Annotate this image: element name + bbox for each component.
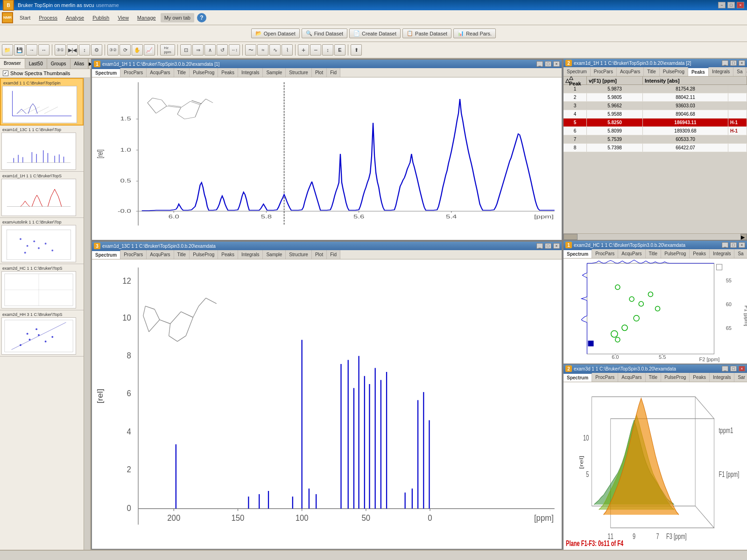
panel-3d-tab-pulseprog[interactable]: PulseProg (661, 373, 690, 382)
panel-3d-tab-acqupars[interactable]: AcquPars (618, 373, 645, 382)
tool-e[interactable]: E (334, 44, 345, 56)
sidebar-item-exam2dhh[interactable]: exam2d_HH 3 1 C:\Bruker\TopS (0, 310, 84, 357)
panel-3-tab-pulseprog[interactable]: PulseProg (190, 250, 218, 259)
tool-play[interactable]: ▶|◀ (67, 44, 78, 56)
tool-arrow-r[interactable]: ⇒ (192, 44, 204, 56)
tool-wave2[interactable]: ≈ (257, 44, 268, 56)
tool-up-down[interactable]: ↕ (79, 44, 90, 56)
panel-3-tab-spectrum[interactable]: Spectrum (92, 250, 120, 259)
panel-1-tab-procpars[interactable]: ProcPars (120, 68, 147, 77)
panel-2d-minimize[interactable]: _ (722, 242, 728, 248)
panel-2d-tab-peaks[interactable]: Peaks (690, 249, 710, 258)
panel-3-tab-peaks[interactable]: Peaks (218, 250, 238, 259)
sidebar-tab-browser[interactable]: Browser (0, 59, 25, 69)
peaks-col-vf1[interactable]: v(F1) [ppm] (587, 77, 643, 84)
tool-resize[interactable]: ↔↕ (229, 44, 240, 56)
tool-sync[interactable]: ↔ (38, 44, 49, 56)
panel-3d-tab-spectrum[interactable]: Spectrum (564, 373, 592, 382)
panel-1-tab-structure[interactable]: Structure (286, 68, 312, 77)
scroll-left-btn[interactable] (564, 234, 578, 240)
panel-3-tab-sample[interactable]: Sample (263, 250, 286, 259)
tool-refresh[interactable]: ↺ (217, 44, 228, 56)
peaks-col-peak[interactable]: △ △ Peak (564, 77, 587, 84)
tool-zoomfit[interactable]: ⊡ (180, 44, 191, 56)
panel-2d-tab-spectrum[interactable]: Spectrum (564, 249, 592, 258)
menu-myowntab[interactable]: My own tab (161, 13, 194, 22)
tool-wave3[interactable]: ∿ (269, 44, 281, 56)
tool-peak[interactable]: ∧ (204, 44, 216, 56)
sidebar-item-examautolink[interactable]: examAutolink 1 1 C:\Bruker\Top (0, 218, 84, 264)
panel-2d-tab-pulseprog[interactable]: PulseProg (661, 249, 690, 258)
panel-2-tab-sa[interactable]: Sa (733, 67, 746, 76)
panel-2d-tab-integrals[interactable]: Integrals (710, 249, 734, 258)
panel-3-tab-integrals[interactable]: Integrals (238, 250, 263, 259)
read-pars-button[interactable]: 📊 Read Pars. (453, 28, 496, 38)
panel-3d-tab-integrals[interactable]: Integrals (710, 373, 734, 382)
tool-wave1[interactable]: 〜 (245, 44, 256, 56)
panel-2d-close[interactable]: × (739, 242, 745, 248)
panel-2-tab-peaks[interactable]: Peaks (688, 67, 709, 76)
menu-process[interactable]: Process (35, 13, 61, 22)
panel-2d-tab-title[interactable]: Title (646, 249, 662, 258)
panel-3-tab-structure[interactable]: Structure (286, 250, 312, 259)
panel-2-tab-integrals[interactable]: Integrals (709, 67, 733, 76)
minimize-button[interactable]: − (718, 2, 726, 8)
table-row[interactable]: 3 5.9662 93603.03 (564, 102, 747, 110)
panel-1-tab-plot[interactable]: Plot (312, 68, 327, 77)
panel-1-tab-integrals[interactable]: Integrals (238, 68, 263, 77)
panel-1-tab-acqupars[interactable]: AcquPars (147, 68, 174, 77)
panel-3d-maximize[interactable]: □ (730, 366, 737, 371)
panel-2-tab-procpars[interactable]: ProcPars (591, 67, 617, 76)
table-row[interactable]: 4 5.9588 89046.68 (564, 110, 747, 119)
menu-start[interactable]: Start (16, 13, 34, 22)
maximize-button[interactable]: □ (727, 2, 735, 8)
help-button[interactable]: ? (197, 13, 206, 22)
panel-1-maximize[interactable]: □ (545, 61, 551, 67)
sidebar-scrollbar[interactable] (84, 78, 90, 550)
panel-1-tab-sample[interactable]: Sample (263, 68, 286, 77)
sidebar-item-exam1d1h[interactable]: exam1d_1H 1 1 C:\Bruker\TopS (0, 172, 84, 218)
close-button[interactable]: × (737, 2, 744, 8)
sidebar-item-exam3d[interactable]: exam3d 1 1 C:\Bruker\TopSpin (0, 78, 84, 126)
panel-3-tab-title[interactable]: Title (174, 250, 190, 259)
panel-3d-tab-sar[interactable]: Sar (734, 373, 747, 382)
tool-wave4[interactable]: ⌇ (282, 44, 293, 56)
tool-minus[interactable]: − (310, 44, 321, 56)
menu-manage[interactable]: Manage (134, 13, 160, 22)
panel-2-tab-pulseprog[interactable]: PulseProg (660, 67, 688, 76)
panel-3-minimize[interactable]: _ (536, 243, 543, 249)
open-dataset-button[interactable]: 📂 Open Dataset (251, 28, 300, 38)
panel-2d-tab-procpars[interactable]: ProcPars (592, 249, 618, 258)
tool-save[interactable]: 💾 (14, 44, 25, 56)
panel-1-tab-spectrum[interactable]: Spectrum (92, 68, 120, 77)
tool-folder[interactable]: 📁 (2, 44, 13, 56)
panel-3-close[interactable]: × (553, 243, 560, 249)
panel-2-maximize[interactable]: □ (730, 60, 737, 66)
table-row[interactable]: 1 5.9873 81754.28 (564, 85, 747, 93)
table-row[interactable]: 2 5.9805 88042.11 (564, 93, 747, 102)
panel-1-tab-peaks[interactable]: Peaks (218, 68, 238, 77)
table-row[interactable]: 8 5.7398 66422.07 (564, 144, 747, 152)
panel-2d-tab-sa[interactable]: Sa (734, 249, 747, 258)
tool-proc[interactable]: ⚙ (91, 44, 102, 56)
panel-1-close[interactable]: × (553, 61, 560, 67)
panel-2-tab-spectrum[interactable]: Spectrum (564, 67, 591, 76)
panel-1-tab-pulseprog[interactable]: PulseProg (190, 68, 218, 77)
tool-hzppm[interactable]: Hzppm (160, 44, 175, 56)
tool-right-arrow[interactable]: → (26, 44, 37, 56)
sidebar-item-exam2dhc[interactable]: exam2d_HC 1 1 C:\Bruker\TopS (0, 264, 84, 310)
table-row[interactable]: 6 5.8099 189309.68 H-1 (564, 127, 747, 135)
sidebar-tab-groups[interactable]: Groups (47, 59, 70, 69)
panel-1-tab-fid[interactable]: Fid (327, 68, 340, 77)
sidebar-tab-alias[interactable]: Alias (70, 59, 89, 69)
menu-publish[interactable]: Publish (89, 13, 113, 22)
tool-auto[interactable]: ⟳ (120, 44, 131, 56)
tool-3b[interactable]: ③② (107, 44, 119, 56)
tool-plus[interactable]: + (298, 44, 309, 56)
panel-3-tab-procpars[interactable]: ProcPars (120, 250, 147, 259)
panel-3-tab-plot[interactable]: Plot (312, 250, 327, 259)
panel-3-maximize[interactable]: □ (545, 243, 551, 249)
table-row-selected[interactable]: 5 5.8250 186943.11 H-1 (564, 119, 747, 127)
panel-3-tab-acqupars[interactable]: AcquPars (147, 250, 174, 259)
panel-3d-close[interactable]: × (739, 366, 745, 371)
